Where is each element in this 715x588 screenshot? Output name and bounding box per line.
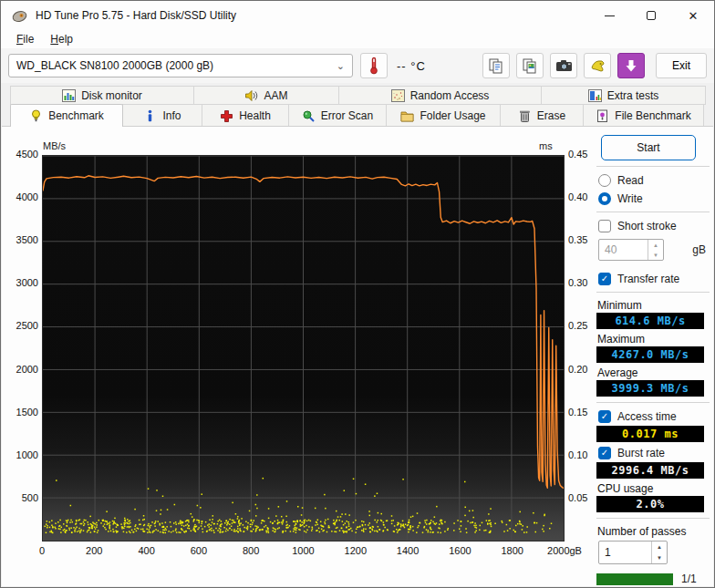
tab-error-scan[interactable]: Error Scan: [288, 104, 387, 127]
tab-random-access[interactable]: Random Access: [338, 86, 542, 105]
benchmark-page: MB/s ms 45004000350030002500200015001000…: [2, 126, 713, 586]
x-axis-tick: 600: [171, 545, 226, 556]
disk-monitor-icon: [62, 89, 76, 102]
passes-spinner[interactable]: 1 ▲▼: [598, 541, 668, 564]
chart-canvas: [43, 156, 564, 541]
short-stroke-size-value: 40: [599, 240, 648, 260]
tab-label: Extra tests: [607, 89, 659, 102]
title-bar: HD Tune Pro 5.75 - Hard Disk/SSD Utility…: [1, 1, 714, 30]
right-axis-tick: 0.15: [568, 407, 587, 418]
maximize-button[interactable]: [630, 1, 672, 30]
burst-rate-row[interactable]: ✓ Burst rate: [598, 446, 710, 460]
tab-info[interactable]: Info: [122, 104, 202, 127]
chevron-down-icon: ⌄: [337, 60, 345, 72]
drive-select[interactable]: WD_BLACK SN8100 2000GB (2000 gB) ⌄: [8, 54, 353, 77]
error-scan-icon: [302, 109, 316, 122]
access-time-label: Access time: [617, 410, 677, 423]
spin-up-icon[interactable]: ▲: [652, 542, 667, 552]
left-axis-tick: 2500: [2, 320, 38, 331]
short-stroke-size-spinner[interactable]: 40 ▲▼: [598, 239, 664, 261]
read-radio[interactable]: [598, 174, 611, 187]
camera-icon: [555, 59, 573, 72]
tab-label: Error Scan: [321, 109, 373, 122]
copy-text-button[interactable]: [482, 53, 510, 78]
tab-folder-usage[interactable]: Folder Usage: [386, 104, 501, 127]
menu-file[interactable]: File: [8, 31, 42, 47]
access-time-row[interactable]: ✓ Access time: [598, 409, 710, 424]
cpu-usage-value: 2.0%: [596, 496, 704, 512]
x-axis-tick: 800: [223, 545, 278, 556]
tab-disk-monitor[interactable]: Disk monitor: [10, 86, 194, 105]
transfer-rate-checkbox[interactable]: ✓: [598, 273, 611, 285]
benchmark-chart: [42, 155, 565, 542]
access-time-checkbox[interactable]: ✓: [598, 410, 611, 423]
random-access-icon: [391, 89, 405, 102]
progress-bar: [596, 573, 673, 585]
tab-extra-tests[interactable]: Extra tests: [541, 86, 706, 105]
file-benchmark-icon: [596, 109, 609, 122]
menu-bar: File Help: [1, 30, 714, 48]
spin-down-icon[interactable]: ▼: [648, 250, 663, 260]
tab-label: Benchmark: [48, 109, 104, 122]
short-stroke-checkbox[interactable]: [598, 220, 611, 232]
transfer-rate-row[interactable]: ✓ Transfer rate: [598, 272, 710, 286]
tab-erase[interactable]: Erase: [500, 104, 584, 127]
spinner-arrows[interactable]: ▲▼: [648, 240, 663, 260]
tab-health[interactable]: Health: [202, 104, 289, 127]
read-radio-label: Read: [617, 174, 644, 187]
health-icon: [220, 109, 233, 122]
exit-button[interactable]: Exit: [656, 53, 707, 78]
left-axis-tick: 3500: [2, 234, 38, 245]
spin-down-icon[interactable]: ▼: [652, 552, 667, 563]
left-axis-tick: 1000: [2, 449, 38, 460]
x-axis-tick: 2000gB: [537, 545, 592, 556]
write-radio[interactable]: [598, 192, 611, 205]
x-axis-tick: 1200: [328, 545, 383, 556]
favorites-button[interactable]: [584, 53, 611, 78]
extra-tests-icon: [588, 89, 602, 102]
window-title: HD Tune Pro 5.75 - Hard Disk/SSD Utility: [36, 9, 236, 22]
maximize-icon: [647, 11, 656, 20]
menu-help[interactable]: Help: [42, 31, 81, 47]
divider: [596, 402, 710, 403]
burst-rate-checkbox[interactable]: ✓: [598, 447, 611, 459]
tab-label: Erase: [537, 109, 565, 122]
screenshot-button[interactable]: [550, 53, 577, 78]
maximum-value: 4267.0 MB/s: [596, 346, 704, 363]
read-radio-row[interactable]: Read: [598, 173, 710, 188]
short-stroke-row[interactable]: Short stroke: [598, 219, 710, 233]
copy-image-button[interactable]: [516, 53, 544, 78]
average-label: Average: [597, 366, 710, 379]
divider: [596, 211, 710, 212]
tab-row-secondary: Disk monitor AAM Random Access: [10, 86, 706, 105]
tab-label: Random Access: [410, 89, 490, 102]
passes-row: 1 ▲▼: [598, 542, 710, 563]
spin-up-icon[interactable]: ▲: [648, 240, 663, 250]
temperature-button[interactable]: [360, 53, 388, 78]
minimize-button[interactable]: [588, 1, 630, 30]
download-button[interactable]: [617, 53, 645, 78]
spinner-arrows[interactable]: ▲▼: [651, 542, 667, 563]
close-button[interactable]: ✕: [672, 1, 714, 30]
right-axis-tick: 0.45: [568, 149, 587, 160]
toolbar: WD_BLACK SN8100 2000GB (2000 gB) ⌄ -- °C: [1, 48, 714, 83]
x-axis-tick: 0: [15, 545, 69, 556]
start-button[interactable]: Start: [601, 135, 696, 160]
divider: [596, 292, 710, 293]
hd-tune-window: { "window": { "title": "HD Tune Pro 5.75…: [0, 0, 715, 588]
right-axis-unit: ms: [539, 140, 553, 151]
down-arrow-icon: [625, 59, 637, 73]
benchmark-icon: [29, 109, 43, 122]
tab-file-benchmark[interactable]: File Benchmark: [583, 104, 704, 127]
tab-label: Info: [162, 109, 181, 122]
tab-benchmark[interactable]: Benchmark: [10, 104, 123, 127]
passes-label: Number of passes: [597, 525, 710, 538]
thermometer-icon: [368, 57, 379, 75]
left-axis-tick: 500: [2, 492, 38, 503]
speaker-icon: [244, 89, 258, 102]
short-stroke-size-row: 40 ▲▼ gB: [598, 239, 710, 261]
tab-label: Disk monitor: [81, 89, 142, 102]
passes-value: 1: [599, 542, 651, 563]
write-radio-row[interactable]: Write: [598, 191, 710, 206]
tab-aam[interactable]: AAM: [193, 86, 339, 105]
